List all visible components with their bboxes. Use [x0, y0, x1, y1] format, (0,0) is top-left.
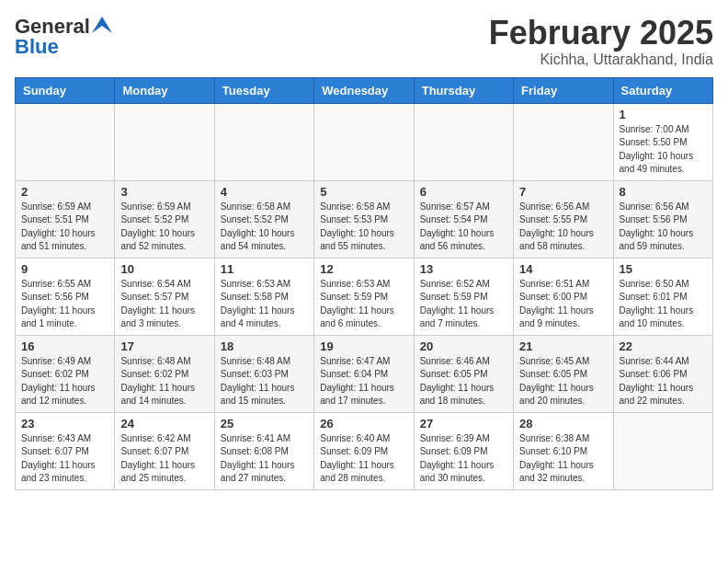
- calendar-cell: 2Sunrise: 6:59 AM Sunset: 5:51 PM Daylig…: [16, 180, 115, 258]
- calendar-cell: 26Sunrise: 6:40 AM Sunset: 6:09 PM Dayli…: [314, 412, 414, 489]
- location-title: Kichha, Uttarakhand, India: [489, 52, 713, 68]
- header: General Blue February 2025 Kichha, Uttar…: [15, 15, 713, 68]
- day-number: 11: [221, 262, 308, 276]
- calendar-cell: 14Sunrise: 6:51 AM Sunset: 6:00 PM Dayli…: [514, 258, 613, 335]
- day-info: Sunrise: 6:56 AM Sunset: 5:56 PM Dayligh…: [620, 201, 707, 254]
- day-number: 9: [21, 262, 108, 276]
- day-info: Sunrise: 6:51 AM Sunset: 6:00 PM Dayligh…: [519, 278, 607, 331]
- day-info: Sunrise: 6:54 AM Sunset: 5:57 PM Dayligh…: [120, 278, 208, 331]
- calendar-cell: 25Sunrise: 6:41 AM Sunset: 6:08 PM Dayli…: [214, 412, 313, 489]
- calendar-cell: 21Sunrise: 6:45 AM Sunset: 6:05 PM Dayli…: [514, 335, 613, 412]
- day-info: Sunrise: 6:55 AM Sunset: 5:56 PM Dayligh…: [21, 278, 108, 331]
- calendar-header-friday: Friday: [514, 77, 613, 103]
- day-number: 12: [320, 262, 407, 276]
- calendar-header-row: SundayMondayTuesdayWednesdayThursdayFrid…: [16, 77, 713, 103]
- calendar-cell: 5Sunrise: 6:58 AM Sunset: 5:53 PM Daylig…: [314, 180, 414, 258]
- day-info: Sunrise: 6:59 AM Sunset: 5:51 PM Dayligh…: [21, 201, 108, 254]
- day-info: Sunrise: 6:52 AM Sunset: 5:59 PM Dayligh…: [420, 278, 507, 331]
- day-info: Sunrise: 6:38 AM Sunset: 6:10 PM Dayligh…: [519, 432, 607, 486]
- calendar-cell: [16, 103, 115, 180]
- title-area: February 2025 Kichha, Uttarakhand, India: [489, 15, 713, 68]
- day-number: 13: [420, 262, 507, 276]
- calendar-cell: 27Sunrise: 6:39 AM Sunset: 6:09 PM Dayli…: [414, 412, 513, 489]
- day-info: Sunrise: 6:47 AM Sunset: 6:04 PM Dayligh…: [320, 355, 407, 408]
- logo-blue: Blue: [15, 35, 59, 59]
- day-number: 25: [221, 417, 308, 431]
- day-number: 5: [320, 185, 407, 199]
- day-info: Sunrise: 6:41 AM Sunset: 6:08 PM Dayligh…: [221, 432, 308, 486]
- day-number: 23: [21, 417, 108, 431]
- day-info: Sunrise: 6:57 AM Sunset: 5:54 PM Dayligh…: [420, 201, 507, 254]
- day-number: 27: [420, 417, 507, 431]
- day-number: 18: [221, 339, 308, 353]
- calendar-cell: 10Sunrise: 6:54 AM Sunset: 5:57 PM Dayli…: [115, 258, 214, 335]
- calendar-cell: 28Sunrise: 6:38 AM Sunset: 6:10 PM Dayli…: [514, 412, 613, 489]
- day-number: 6: [420, 185, 507, 199]
- day-number: 17: [120, 339, 208, 353]
- calendar-header-thursday: Thursday: [414, 77, 513, 103]
- calendar-cell: 22Sunrise: 6:44 AM Sunset: 6:06 PM Dayli…: [613, 335, 712, 412]
- day-number: 2: [21, 185, 108, 199]
- calendar-cell: 12Sunrise: 6:53 AM Sunset: 5:59 PM Dayli…: [314, 258, 414, 335]
- day-info: Sunrise: 6:40 AM Sunset: 6:09 PM Dayligh…: [320, 432, 407, 486]
- day-info: Sunrise: 6:39 AM Sunset: 6:09 PM Dayligh…: [420, 432, 507, 486]
- logo-bird-icon: [92, 17, 112, 33]
- day-info: Sunrise: 6:53 AM Sunset: 5:59 PM Dayligh…: [320, 278, 407, 331]
- day-number: 14: [519, 262, 607, 276]
- day-number: 15: [620, 262, 707, 276]
- calendar-cell: 15Sunrise: 6:50 AM Sunset: 6:01 PM Dayli…: [613, 258, 712, 335]
- calendar-cell: 7Sunrise: 6:56 AM Sunset: 5:55 PM Daylig…: [514, 180, 613, 258]
- day-number: 28: [519, 417, 607, 431]
- svg-marker-0: [92, 17, 112, 33]
- calendar-cell: [115, 103, 214, 180]
- calendar-cell: [314, 103, 414, 180]
- calendar-cell: 19Sunrise: 6:47 AM Sunset: 6:04 PM Dayli…: [314, 335, 414, 412]
- day-number: 22: [620, 339, 707, 353]
- calendar-cell: 23Sunrise: 6:43 AM Sunset: 6:07 PM Dayli…: [16, 412, 115, 489]
- calendar-cell: [514, 103, 613, 180]
- calendar-cell: 13Sunrise: 6:52 AM Sunset: 5:59 PM Dayli…: [414, 258, 513, 335]
- calendar-cell: [414, 103, 513, 180]
- calendar-header-saturday: Saturday: [613, 77, 712, 103]
- calendar-week-row: 9Sunrise: 6:55 AM Sunset: 5:56 PM Daylig…: [16, 258, 713, 335]
- calendar-cell: 8Sunrise: 6:56 AM Sunset: 5:56 PM Daylig…: [613, 180, 712, 258]
- calendar-cell: 24Sunrise: 6:42 AM Sunset: 6:07 PM Dayli…: [115, 412, 214, 489]
- calendar-cell: [613, 412, 712, 489]
- day-number: 10: [120, 262, 208, 276]
- day-info: Sunrise: 6:50 AM Sunset: 6:01 PM Dayligh…: [620, 278, 707, 331]
- day-info: Sunrise: 6:43 AM Sunset: 6:07 PM Dayligh…: [21, 432, 108, 486]
- day-info: Sunrise: 6:48 AM Sunset: 6:03 PM Dayligh…: [221, 355, 308, 408]
- day-number: 3: [120, 185, 208, 199]
- day-info: Sunrise: 6:58 AM Sunset: 5:52 PM Dayligh…: [221, 201, 308, 254]
- day-info: Sunrise: 6:44 AM Sunset: 6:06 PM Dayligh…: [620, 355, 707, 408]
- calendar-cell: [214, 103, 313, 180]
- calendar-header-tuesday: Tuesday: [214, 77, 313, 103]
- calendar-week-row: 1Sunrise: 7:00 AM Sunset: 5:50 PM Daylig…: [16, 103, 713, 180]
- calendar-week-row: 16Sunrise: 6:49 AM Sunset: 6:02 PM Dayli…: [16, 335, 713, 412]
- day-info: Sunrise: 6:56 AM Sunset: 5:55 PM Dayligh…: [519, 201, 607, 254]
- day-number: 4: [221, 185, 308, 199]
- day-info: Sunrise: 6:45 AM Sunset: 6:05 PM Dayligh…: [519, 355, 607, 408]
- month-title: February 2025: [489, 15, 713, 52]
- calendar-cell: 16Sunrise: 6:49 AM Sunset: 6:02 PM Dayli…: [16, 335, 115, 412]
- day-number: 8: [620, 185, 707, 199]
- calendar-cell: 11Sunrise: 6:53 AM Sunset: 5:58 PM Dayli…: [214, 258, 313, 335]
- calendar-cell: 18Sunrise: 6:48 AM Sunset: 6:03 PM Dayli…: [214, 335, 313, 412]
- calendar-header-monday: Monday: [115, 77, 214, 103]
- calendar-header-sunday: Sunday: [16, 77, 115, 103]
- calendar-cell: 9Sunrise: 6:55 AM Sunset: 5:56 PM Daylig…: [16, 258, 115, 335]
- day-info: Sunrise: 7:00 AM Sunset: 5:50 PM Dayligh…: [620, 123, 707, 177]
- day-number: 1: [620, 108, 707, 121]
- day-info: Sunrise: 6:48 AM Sunset: 6:02 PM Dayligh…: [120, 355, 208, 408]
- day-number: 21: [519, 339, 607, 353]
- calendar-cell: 4Sunrise: 6:58 AM Sunset: 5:52 PM Daylig…: [214, 180, 313, 258]
- day-number: 16: [21, 339, 108, 353]
- calendar-cell: 20Sunrise: 6:46 AM Sunset: 6:05 PM Dayli…: [414, 335, 513, 412]
- calendar: SundayMondayTuesdayWednesdayThursdayFrid…: [15, 77, 713, 490]
- day-number: 19: [320, 339, 407, 353]
- day-info: Sunrise: 6:59 AM Sunset: 5:52 PM Dayligh…: [120, 201, 208, 254]
- day-info: Sunrise: 6:53 AM Sunset: 5:58 PM Dayligh…: [221, 278, 308, 331]
- calendar-cell: 3Sunrise: 6:59 AM Sunset: 5:52 PM Daylig…: [115, 180, 214, 258]
- day-number: 26: [320, 417, 407, 431]
- calendar-cell: 6Sunrise: 6:57 AM Sunset: 5:54 PM Daylig…: [414, 180, 513, 258]
